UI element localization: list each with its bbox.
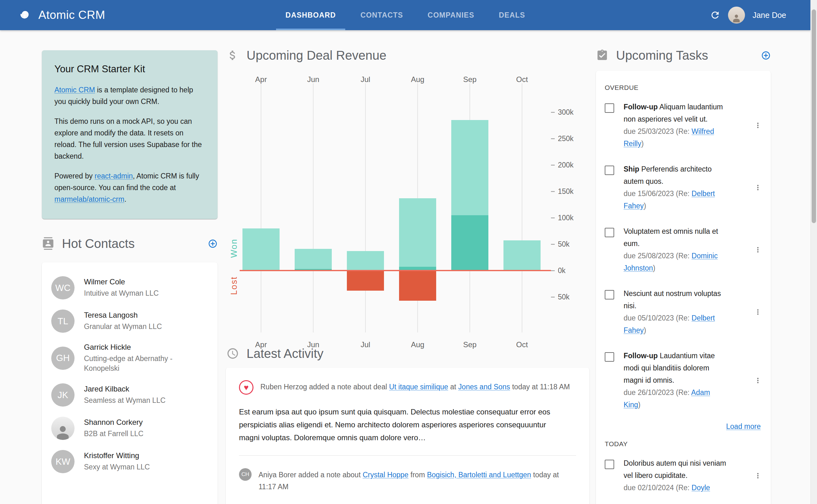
chart-bar-won[interactable]	[243, 228, 280, 271]
avatar: GH	[51, 347, 74, 370]
tick-label: 300k	[558, 108, 573, 117]
inline-link[interactable]: Ut itaque similique	[389, 383, 448, 391]
add-task-button[interactable]	[761, 51, 771, 60]
task-text: Follow-up Aliquam laudantium non asperio…	[624, 101, 728, 125]
inline-link[interactable]: Doyle	[692, 484, 710, 492]
chart-axis-label-won: Won	[229, 244, 239, 258]
text-segment: due 15/06/2023 (Re:	[624, 189, 692, 198]
inline-link[interactable]: marmelab/atomic-crm	[54, 195, 124, 203]
contact-row[interactable]: KW Kristoffer Witting Sexy at Wyman LLC	[51, 445, 208, 478]
task-item: Follow-up Laudantium vitae modi qui blan…	[605, 350, 762, 411]
tick-mark	[551, 244, 555, 244]
task-due: due 25/08/2023 (Re: Dominic Johnston)	[624, 250, 728, 274]
chart-y-tick: 300k	[551, 108, 573, 117]
latest-activity-card: ♥ Ruben Herzog added a note about deal U…	[226, 368, 589, 504]
text-segment: )	[644, 326, 646, 334]
hot-contacts-header: Hot Contacts	[42, 231, 218, 256]
text-segment: )	[641, 140, 644, 148]
inline-link[interactable]: Jones and Sons	[458, 383, 510, 391]
tick-mark	[551, 138, 555, 139]
task-item: Nesciunt aut nostrum voluptas nisi. due …	[605, 288, 762, 337]
more-vert-icon[interactable]	[754, 472, 762, 480]
deal-revenue-chart: AprAprJunJunJulJulAugAugSepSepOctOct300k…	[227, 71, 591, 355]
deal-revenue-header: Upcoming Deal Revenue	[227, 43, 387, 68]
add-contact-button[interactable]	[208, 239, 218, 249]
text-segment: Doloribus autem qui nisi veniam vel libe…	[624, 459, 726, 479]
task-text: Voluptatem est omnis nulla et eum.	[624, 225, 728, 250]
contact-row[interactable]: TL Teresa Langosh Granular at Wyman LLC	[51, 304, 208, 338]
text-segment: at	[448, 383, 458, 391]
tick-mark	[551, 191, 555, 192]
tab-deals[interactable]: DEALS	[489, 0, 535, 30]
chart-month-label-bottom: Oct	[503, 340, 541, 349]
tick-label: 0k	[558, 266, 565, 275]
inline-link[interactable]: Atomic CRM	[54, 86, 95, 94]
chart-month-label-top: Apr	[242, 75, 280, 84]
tick-mark	[551, 165, 555, 165]
tab-dashboard[interactable]: DASHBOARD	[276, 0, 345, 30]
tab-contacts[interactable]: CONTACTS	[351, 0, 413, 30]
tick-label: 50k	[558, 293, 569, 301]
task-due: due 15/06/2023 (Re: Delbert Fahey)	[624, 188, 728, 212]
chart-month-label-top: Sep	[451, 75, 489, 84]
task-checkbox[interactable]	[605, 460, 614, 469]
spiral-logo-icon	[18, 7, 33, 23]
activity-item: ♥ Ruben Herzog added a note about deal U…	[239, 380, 576, 395]
task-checkbox[interactable]	[605, 166, 614, 175]
chart-bar-won-current[interactable]	[451, 215, 488, 271]
chart-gridline	[365, 83, 366, 332]
dollar-icon	[227, 49, 239, 62]
task-checkbox[interactable]	[605, 228, 614, 237]
more-vert-icon[interactable]	[754, 308, 762, 316]
inline-link[interactable]: react-admin	[95, 172, 133, 180]
more-vert-icon[interactable]	[754, 376, 762, 385]
user-avatar[interactable]	[728, 7, 745, 24]
chart-bar-won[interactable]	[399, 198, 436, 267]
more-vert-icon[interactable]	[754, 184, 762, 192]
scrollbar-thumb[interactable]	[812, 9, 816, 223]
task-checkbox[interactable]	[605, 103, 614, 113]
tick-label: 100k	[558, 214, 573, 222]
contact-row[interactable]: JK Jared Kilback Seamless at Wyman LLC	[51, 378, 208, 412]
text-segment: Ship	[624, 165, 639, 173]
starter-kit-paragraph: This demo runs on a mock API, so you can…	[54, 116, 205, 162]
more-vert-icon[interactable]	[754, 121, 762, 129]
task-text: Ship Perferendis architecto autem quos.	[624, 163, 728, 188]
task-due: due 05/10/2023 (Re: Delbert Fahey)	[624, 312, 728, 337]
contact-row[interactable]: Shannon Corkery B2B at Farrell LLC	[51, 412, 208, 445]
chart-bar-won[interactable]	[503, 240, 540, 271]
task-checkbox[interactable]	[605, 290, 614, 299]
chart-bar-won[interactable]	[347, 251, 384, 271]
inline-link[interactable]: Crystal Hoppe	[363, 471, 408, 479]
app-title: Atomic CRM	[38, 8, 105, 22]
inline-link[interactable]: Bogisich, Bartoletti and Luettgen	[427, 471, 531, 479]
chart-bar-lost[interactable]	[399, 271, 436, 301]
tab-companies[interactable]: COMPANIES	[418, 0, 484, 30]
tick-label: 250k	[558, 134, 573, 143]
brand[interactable]: Atomic CRM	[18, 7, 105, 23]
upcoming-tasks-card: OVERDUE Follow-up Aliquam laudantium non…	[596, 71, 771, 504]
activity-text: Aniya Borer added a note about Crystal H…	[259, 469, 570, 493]
chart-gridline	[313, 83, 314, 332]
contact-role: Seamless at Wyman LLC	[84, 396, 165, 405]
avatar: JK	[51, 383, 74, 407]
chart-bar-won[interactable]	[295, 249, 332, 269]
avatar: KW	[51, 450, 74, 473]
tick-label: 150k	[558, 187, 573, 196]
avatar: CH	[239, 468, 252, 481]
contact-name: Wilmer Cole	[84, 277, 159, 286]
latest-activity-header: Latest Activity	[227, 341, 324, 366]
contact-row[interactable]: WC Wilmer Cole Intuitive at Wyman LLC	[51, 271, 208, 304]
chart-bar-won[interactable]	[451, 120, 488, 215]
atomic-crm-dashboard: Atomic CRM DASHBOARD CONTACTS COMPANIES …	[0, 0, 817, 504]
task-due: due 25/03/2023 (Re: Wilfred Reilly)	[624, 125, 728, 150]
load-more-link[interactable]: Load more	[726, 422, 761, 430]
refresh-icon[interactable]	[710, 10, 721, 20]
more-vert-icon[interactable]	[754, 246, 762, 254]
contact-row[interactable]: GH Garrick Hickle Cutting-edge at Aberna…	[51, 338, 208, 378]
chart-y-tick: 50k	[551, 293, 569, 301]
task-checkbox[interactable]	[605, 352, 614, 362]
chart-bar-lost[interactable]	[347, 271, 384, 291]
chart-month-label-top: Jul	[347, 75, 384, 84]
chart-gridline	[261, 83, 261, 332]
